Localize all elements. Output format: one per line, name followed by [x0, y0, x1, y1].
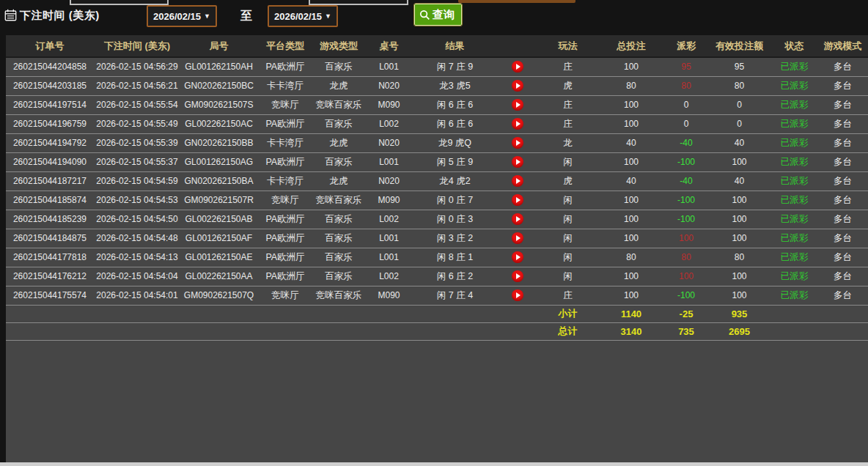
table-row: 2602150441762122026-02-15 04:54:04GL0022…	[6, 267, 868, 286]
cell-play-type: 虎	[538, 171, 597, 191]
subtotal-row-total-bet: 1140	[597, 305, 665, 322]
cell-result: 闲 0 庄 7	[413, 191, 496, 210]
col-header-replay	[496, 35, 538, 57]
cell-table-no: L002	[364, 210, 413, 229]
cell-valid-bet: 0	[707, 114, 771, 133]
cutoff-tab-top	[458, 0, 575, 3]
query-button-label: 查询	[433, 8, 455, 22]
bottom-scrollbar-track[interactable]	[0, 462, 868, 466]
play-icon[interactable]	[512, 156, 523, 168]
play-icon[interactable]	[512, 232, 523, 244]
cell-round-no: GN020262150BC	[180, 76, 257, 95]
cell-payout: 0	[665, 114, 707, 133]
col-header-play-type: 玩法	[538, 35, 597, 57]
cell-total-bet: 100	[597, 191, 665, 210]
table-row: 2602150441852392026-02-15 04:54:50GL0022…	[6, 210, 868, 229]
cell-platform: PA欧洲厅	[257, 114, 313, 133]
cell-play-type: 庄	[538, 286, 597, 305]
play-icon[interactable]	[512, 175, 523, 187]
play-icon[interactable]	[512, 80, 523, 92]
table-row: 2602150441975142026-02-15 04:55:54GM0902…	[6, 95, 868, 114]
cell-valid-bet: 100	[707, 229, 771, 248]
play-icon[interactable]	[512, 270, 523, 282]
cell-valid-bet: 100	[707, 191, 771, 210]
date-to-select[interactable]: 2026/02/15 ▼	[268, 5, 338, 27]
play-icon[interactable]	[512, 99, 523, 111]
cell-result: 闲 7 庄 9	[413, 57, 496, 76]
cell-order-no: 260215044204858	[6, 57, 94, 76]
cell-payout: 100	[665, 267, 707, 286]
cell-play-type: 闲	[538, 152, 597, 171]
cell-platform: 卡卡湾厅	[257, 133, 313, 152]
play-icon[interactable]	[512, 194, 523, 206]
cell-payout: -40	[665, 171, 707, 191]
table-row: 2602150441947922026-02-15 04:55:39GN0202…	[6, 133, 868, 152]
cell-round-no: GL002262150AC	[180, 114, 257, 133]
cell-valid-bet: 40	[707, 171, 771, 191]
col-header-order-no: 订单号	[6, 35, 94, 57]
cell-game-mode: 多台	[817, 286, 868, 305]
cell-status: 已派彩	[771, 114, 817, 133]
play-icon[interactable]	[512, 137, 523, 149]
cutoff-input-top-left	[70, 0, 169, 5]
play-icon[interactable]	[512, 61, 523, 73]
cell-play-type: 闲	[538, 210, 597, 229]
cell-result: 闲 6 庄 6	[413, 95, 496, 114]
cell-play-type: 龙	[538, 133, 597, 152]
cell-order-no: 260215044185239	[6, 210, 94, 229]
cell-bet-time: 2026-02-15 04:54:01	[94, 286, 180, 305]
cell-game-mode: 多台	[817, 114, 868, 133]
cell-order-no: 260215044185874	[6, 191, 94, 210]
cell-bet-time: 2026-02-15 04:55:37	[94, 152, 180, 171]
col-header-result: 结果	[413, 35, 496, 57]
cell-order-no: 260215044184875	[6, 229, 94, 248]
query-button[interactable]: 查询	[414, 4, 462, 26]
cell-total-bet: 100	[597, 286, 665, 305]
cell-game-mode: 多台	[817, 210, 868, 229]
cell-round-no: GL001262150AG	[180, 152, 257, 171]
cell-status: 已派彩	[771, 57, 817, 76]
play-icon[interactable]	[512, 251, 523, 263]
cell-result: 闲 6 庄 6	[413, 114, 496, 133]
cell-result: 龙9 虎Q	[413, 133, 496, 152]
cell-total-bet: 100	[597, 114, 665, 133]
col-header-payout: 派彩	[665, 35, 707, 57]
table-row: 2602150441778182026-02-15 04:54:13GL0012…	[6, 248, 868, 267]
cell-status: 已派彩	[771, 286, 817, 305]
cell-game-type: 百家乐	[313, 267, 364, 286]
cell-round-no: GM0902621507Q	[180, 286, 257, 305]
col-header-total-bet: 总投注	[597, 35, 665, 57]
table-empty-area	[6, 341, 868, 462]
cell-game-type: 龙虎	[313, 133, 364, 152]
cell-platform: 竞咪厅	[257, 286, 313, 305]
total-row-spacer	[6, 322, 538, 340]
date-from-select[interactable]: 2026/02/15 ▼	[147, 5, 217, 27]
cell-order-no: 260215044203185	[6, 76, 94, 95]
cell-status: 已派彩	[771, 210, 817, 229]
cell-replay	[496, 267, 538, 286]
cell-order-no: 260215044177818	[6, 248, 94, 267]
cell-total-bet: 40	[597, 133, 665, 152]
cell-game-mode: 多台	[817, 229, 868, 248]
table-row: 2602150441940902026-02-15 04:55:37GL0012…	[6, 152, 868, 171]
total-row-valid-bet: 2695	[707, 322, 771, 340]
play-icon[interactable]	[512, 118, 523, 130]
cell-platform: PA欧洲厅	[257, 267, 313, 286]
table-row: 2602150442031852026-02-15 04:56:21GN0202…	[6, 76, 868, 95]
cell-round-no: GL001262150AH	[180, 57, 257, 76]
cell-replay	[496, 191, 538, 210]
cell-payout: 0	[665, 95, 707, 114]
cell-replay	[496, 248, 538, 267]
cell-valid-bet: 80	[707, 248, 771, 267]
cell-payout: -100	[665, 191, 707, 210]
play-icon[interactable]	[512, 213, 523, 225]
col-header-table-no: 桌号	[364, 35, 413, 57]
cell-game-type: 百家乐	[313, 152, 364, 171]
cell-payout: 100	[665, 229, 707, 248]
cell-order-no: 260215044196759	[6, 114, 94, 133]
cutoff-input-top-middle	[309, 0, 408, 5]
date-from-value: 2026/02/15	[153, 11, 201, 22]
cell-replay	[496, 229, 538, 248]
cell-round-no: GL002262150AA	[180, 267, 257, 286]
play-icon[interactable]	[512, 289, 523, 301]
